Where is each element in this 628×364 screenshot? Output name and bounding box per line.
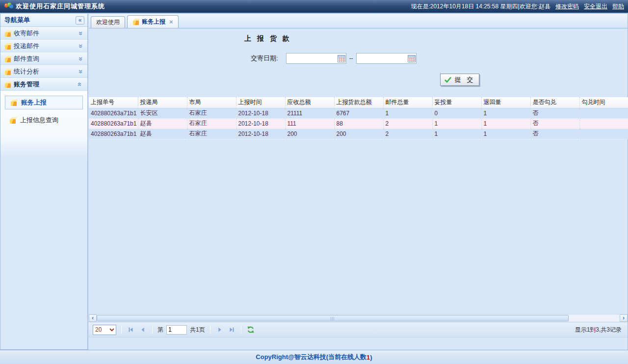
- table-cell: 赵县: [138, 118, 187, 129]
- data-grid: 上报单号投递局市局上报时间应收总额上报货款总额邮件总量妥投量退回量是否勾兑勾兑时…: [89, 97, 628, 139]
- scroll-right-button[interactable]: [620, 314, 628, 322]
- horizontal-scrollbar[interactable]: [89, 314, 628, 322]
- scroll-left-button[interactable]: [89, 314, 97, 322]
- copyright-text: CopyRight@智云达科技(当前在线人数: [256, 353, 366, 362]
- collapse-sidebar-button[interactable]: [76, 16, 84, 25]
- column-header[interactable]: 应收总额: [285, 97, 334, 108]
- table-cell: [579, 129, 628, 139]
- table-cell: 1: [432, 129, 481, 139]
- package-icon: [4, 81, 11, 88]
- package-icon: [4, 69, 11, 75]
- table-cell: 石家庄: [187, 118, 236, 129]
- sidebar-submenu: 账务上报 上报信息查询: [0, 91, 87, 349]
- page-size-select[interactable]: 20: [93, 325, 116, 335]
- tab-account-report[interactable]: 账务上报: [127, 15, 179, 28]
- table-cell: [579, 118, 628, 129]
- online-count: 1: [366, 354, 370, 361]
- column-header[interactable]: 上报时间: [236, 97, 285, 108]
- sidebar-title: 导航菜单: [4, 16, 30, 25]
- column-header[interactable]: 退回量: [481, 97, 530, 108]
- divider: [121, 325, 122, 334]
- help-link[interactable]: 帮助: [612, 2, 624, 11]
- table-cell: 2012-10-18: [236, 129, 285, 139]
- submenu-item-report-info-query[interactable]: 上报信息查询: [0, 113, 87, 127]
- submit-button-label: 提 交: [455, 76, 475, 84]
- date-to-input[interactable]: [357, 54, 408, 63]
- table-cell: 111: [285, 118, 334, 129]
- table-cell: 88: [334, 118, 383, 129]
- table-cell: 否: [530, 118, 579, 129]
- column-header[interactable]: 是否勾兑: [530, 97, 579, 108]
- column-header[interactable]: 上报单号: [89, 97, 138, 108]
- package-icon: [132, 19, 139, 25]
- package-icon: [4, 43, 11, 50]
- tab-welcome[interactable]: 欢迎使用: [91, 16, 125, 28]
- table-cell: 长安区: [138, 108, 187, 118]
- divider: [152, 325, 153, 334]
- sidebar-item-label: 投递邮件: [14, 42, 39, 51]
- logout-link[interactable]: 安全退出: [584, 2, 607, 11]
- chevron-down-icon: [77, 55, 83, 63]
- sidebar-item-account-management[interactable]: 账务管理: [0, 78, 87, 91]
- sidebar-item-deliver-mail[interactable]: 投递邮件: [0, 40, 87, 52]
- datetime-text: 现在是:2012年10月18日 14:25:58 星期四|欢迎您:赵县: [411, 2, 550, 11]
- package-icon: [10, 100, 17, 106]
- page-number-input[interactable]: [166, 325, 187, 335]
- submenu-item-account-report[interactable]: 账务上报: [5, 96, 83, 109]
- sidebar-item-receive-mail[interactable]: 收寄邮件: [0, 27, 87, 40]
- scroll-track[interactable]: [97, 314, 620, 322]
- sidebar-item-mail-query[interactable]: 邮件查询: [0, 52, 87, 65]
- change-password-link[interactable]: 修改密码: [555, 2, 579, 11]
- table-cell: 402880263a71b1: [89, 118, 138, 129]
- table-cell: 2012-10-18: [236, 118, 285, 129]
- sidebar-item-statistics[interactable]: 统计分析: [0, 65, 87, 78]
- table-cell: 1: [481, 108, 530, 118]
- table-cell: 否: [530, 129, 579, 139]
- sidebar-header: 导航菜单: [0, 14, 87, 27]
- table-row[interactable]: 402880263a71b1赵县石家庄2012-10-18200200211否: [89, 129, 628, 139]
- main-panel: 欢迎使用 账务上报 上 报 货 款 交寄日期: -- 提 交: [89, 14, 628, 350]
- table-cell: 1: [383, 108, 432, 118]
- table-cell: 200: [334, 129, 383, 139]
- table-cell: 1: [481, 118, 530, 129]
- table-cell: 石家庄: [187, 129, 236, 139]
- table-cell: 2: [383, 118, 432, 129]
- tab-bar: 欢迎使用 账务上报: [89, 14, 628, 28]
- column-header[interactable]: 妥投量: [432, 97, 481, 108]
- table-row[interactable]: 402880263a71b1赵县石家庄2012-10-1811188211否: [89, 118, 628, 129]
- column-header[interactable]: 勾兑时间: [579, 97, 628, 108]
- first-page-button[interactable]: [127, 325, 135, 334]
- next-page-button[interactable]: [215, 325, 224, 334]
- page-label-prefix: 第: [157, 326, 163, 334]
- table-cell: [579, 108, 628, 118]
- package-icon: [4, 56, 11, 62]
- chevron-down-icon: [77, 68, 83, 76]
- submit-button[interactable]: 提 交: [440, 74, 479, 86]
- tab-close-icon[interactable]: [169, 18, 173, 26]
- column-header[interactable]: 上报货款总额: [334, 97, 383, 108]
- table-cell: 200: [285, 129, 334, 139]
- calendar-icon[interactable]: [408, 55, 416, 62]
- column-header[interactable]: 邮件总量: [383, 97, 432, 108]
- table-cell: 402880263a71b1: [89, 108, 138, 118]
- last-page-button[interactable]: [227, 325, 236, 334]
- divider: [241, 325, 241, 334]
- date-from-input[interactable]: [287, 54, 338, 63]
- bottom-strip: [89, 338, 628, 350]
- check-icon: [445, 77, 452, 83]
- sidebar-item-label: 收寄邮件: [14, 29, 39, 38]
- table-cell: 1: [432, 118, 481, 129]
- column-header[interactable]: 市局: [187, 97, 236, 108]
- refresh-button[interactable]: [246, 325, 255, 334]
- scroll-thumb[interactable]: [97, 315, 569, 321]
- pagination-bar: 20 第 共1页 显示1到3,共3记录: [89, 322, 628, 338]
- date-range-label: 交寄日期:: [251, 54, 278, 63]
- page-title: 上 报 货 款: [89, 34, 447, 43]
- table-row[interactable]: 402880263a71b1长安区石家庄2012-10-182111167671…: [89, 108, 628, 118]
- prev-page-button[interactable]: [138, 325, 147, 334]
- page-count-label: 共1页: [190, 326, 205, 334]
- pager-info: 显示1到3,共3记录: [575, 326, 624, 334]
- calendar-icon[interactable]: [338, 55, 345, 62]
- column-header[interactable]: 投递局: [138, 97, 187, 108]
- package-icon: [9, 117, 16, 124]
